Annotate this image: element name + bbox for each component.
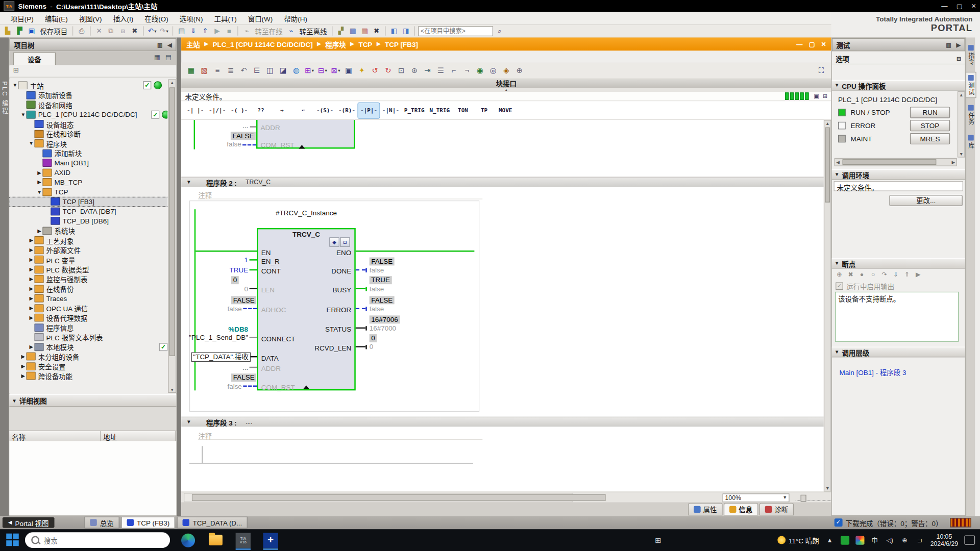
absolute-operand-icon[interactable]: ⇥ — [421, 64, 433, 77]
tia-portal-app-icon[interactable]: + — [261, 531, 280, 549]
menu-2[interactable]: 视图(V) — [74, 12, 108, 24]
expand-closed-icon[interactable]: ▶ — [36, 228, 42, 234]
collapse-handle-icon[interactable] — [299, 145, 305, 148]
goto-previous-icon[interactable]: ≡ — [211, 64, 224, 77]
palette-p-contact[interactable]: -|P|- — [358, 103, 379, 117]
tree-item-5[interactable]: 在线和诊断 — [9, 129, 167, 139]
expand-closed-icon[interactable]: ▶ — [28, 295, 34, 301]
task-card-0[interactable]: 指令 — [966, 42, 975, 67]
taskbar-search[interactable]: 搜索 — [25, 532, 170, 548]
editor-tab-1[interactable]: TCP (FB3) — [121, 517, 175, 529]
insert-contact-icon[interactable]: ⊠▾ — [329, 64, 341, 77]
task-card-1[interactable]: 测试 — [966, 72, 975, 97]
menu-4[interactable]: 在线(O) — [139, 12, 174, 24]
canvas-scroll-down-icon[interactable]: ▼ — [824, 486, 830, 491]
tree-item-15[interactable]: ▶系统块 — [9, 226, 167, 236]
minimize-icon[interactable]: — — [941, 3, 947, 9]
tree-item-19[interactable]: ▶PLC 数据类型 — [9, 265, 167, 274]
menu-6[interactable]: 工具(T) — [208, 12, 242, 24]
tree-item-10[interactable]: ▶MB_TCP — [9, 178, 167, 187]
restore-icon[interactable]: ▢ — [957, 3, 963, 9]
zoom-select[interactable]: 100% ▼ — [723, 493, 790, 502]
network-2-comment[interactable]: 注释 — [198, 190, 482, 199]
paste-icon[interactable]: ⧈ — [117, 26, 128, 36]
zoom-slider-knob[interactable] — [801, 495, 806, 502]
expand-open-icon[interactable]: ▼ — [20, 112, 26, 117]
options-collapse-icon[interactable]: ⊟ — [957, 55, 961, 61]
tree-item-23[interactable]: ▶OPC UA 通信 — [9, 303, 167, 313]
tree-item-20[interactable]: ▶监控与强制表 — [9, 274, 167, 284]
expand-closed-icon[interactable]: ▶ — [28, 257, 34, 263]
upload-icon[interactable]: ⇑ — [200, 26, 211, 36]
menu-0[interactable]: 项目(P) — [5, 12, 39, 24]
file-explorer-icon[interactable] — [206, 531, 225, 549]
go-online-icon[interactable]: ⌁ — [241, 26, 252, 36]
monitor-block-icon[interactable]: Ω — [340, 237, 350, 246]
panel-collapse-icon[interactable]: ◀ — [167, 41, 172, 47]
palette-close-branch[interactable]: ⌐ — [293, 103, 313, 117]
tray-color-app-icon[interactable] — [855, 536, 864, 544]
tree-item-16[interactable]: ▶工艺对象 — [9, 236, 167, 245]
delete-network-icon[interactable]: ▧ — [198, 64, 210, 77]
tree-item-30[interactable]: ▶跨设备功能 — [9, 371, 167, 381]
editor-tab-2[interactable]: TCP_DATA (D... — [177, 517, 248, 529]
browser-app-icon[interactable] — [179, 531, 198, 549]
palette-open-branch[interactable]: → — [272, 103, 292, 117]
expand-closed-icon[interactable]: ▶ — [28, 238, 34, 243]
open-project-icon[interactable]: ▛ — [14, 26, 25, 36]
compile-icon[interactable]: ▤ — [176, 26, 187, 36]
consistency-icon[interactable]: ⊛ — [408, 64, 421, 77]
monitor-onoff-icon[interactable]: ◉ — [474, 64, 486, 77]
widgets-icon[interactable]: ⊞ — [655, 536, 661, 544]
detail-view-header[interactable]: ▼ 详细视图 — [9, 394, 176, 407]
cross-reference-icon[interactable]: ✖ — [371, 26, 382, 36]
next-error-icon[interactable]: ↻ — [382, 64, 394, 77]
task-card-2[interactable]: 任务 — [966, 103, 975, 128]
bp-disable-icon[interactable]: ○ — [868, 270, 878, 279]
cpu-scroll-up-icon[interactable]: ▲ — [958, 92, 964, 97]
split-horizontal-icon[interactable]: ◧ — [389, 26, 400, 36]
redo-icon-caret[interactable]: ▾ — [166, 29, 168, 34]
prev-error-icon[interactable]: ↺ — [369, 64, 381, 77]
cpu-scroll-left-icon[interactable]: ◀ — [836, 160, 840, 165]
tree-item-14[interactable]: TCP_DB [DB6] — [9, 216, 167, 226]
breadcrumb-item-3[interactable]: TCP — [358, 40, 372, 48]
update-call-icon[interactable]: ⊡ — [395, 64, 407, 77]
usb-icon[interactable]: ⊐ — [915, 536, 924, 544]
tree-item-0[interactable]: ▼主站✓ — [9, 81, 167, 90]
menu-5[interactable]: 选项(N) — [174, 12, 209, 24]
tab-properties[interactable]: 属性 — [688, 503, 722, 515]
comment-icon[interactable]: ◍ — [290, 64, 302, 77]
ime-indicator[interactable]: 中 — [870, 536, 879, 544]
diagnostics-icon[interactable]: ▞ — [336, 26, 347, 36]
expand-closed-icon[interactable]: ▶ — [20, 354, 26, 359]
zoom-slider[interactable] — [796, 494, 831, 501]
free-palette-icon[interactable]: ☰ — [434, 64, 447, 77]
palette-empty-box[interactable]: ?? — [251, 103, 271, 117]
insert-box-icon[interactable]: ⊞▾ — [303, 64, 315, 77]
bp-run-to-icon[interactable]: ▶ — [913, 270, 923, 279]
mres-button[interactable]: MRES — [910, 133, 950, 144]
tree-item-21[interactable]: ▶在线备份 — [9, 284, 167, 294]
open-instance-icon[interactable]: ◆ — [329, 237, 339, 246]
change-button[interactable]: 更改... — [889, 195, 962, 206]
tree-item-2[interactable]: 设备和网络 — [9, 100, 167, 110]
modify-icon[interactable]: ◈ — [500, 64, 512, 77]
tree-item-3[interactable]: ▼PLC_1 [CPU 1214C DC/DC/DC]✓ — [9, 110, 167, 119]
expand-open-icon[interactable]: ▼ — [12, 83, 18, 88]
expand-closed-icon[interactable]: ▶ — [28, 315, 34, 320]
bp-enable-icon[interactable]: ● — [857, 270, 867, 279]
column-address[interactable]: 地址 — [101, 431, 176, 442]
branch-open-icon[interactable]: ◫ — [264, 64, 276, 77]
tree-item-13[interactable]: TCP_DATA [DB7] — [9, 207, 167, 216]
operand-rcvd_len[interactable]: 0 — [370, 343, 432, 350]
palette-no-contact[interactable]: -| |- — [185, 103, 206, 117]
tab-diagnostics[interactable]: 诊断 — [760, 503, 794, 515]
expand-closed-icon[interactable]: ▶ — [28, 344, 34, 349]
menu-8[interactable]: 帮助(H) — [278, 12, 313, 24]
menu-3[interactable]: 插入(I) — [108, 12, 139, 24]
expand-closed-icon[interactable]: ▶ — [28, 305, 34, 311]
undo-icon[interactable]: ↶▾ — [147, 26, 158, 36]
new-device-icon[interactable]: ⊞ — [13, 66, 19, 74]
tree-item-26[interactable]: PLC 报警文本列表 — [9, 332, 167, 342]
